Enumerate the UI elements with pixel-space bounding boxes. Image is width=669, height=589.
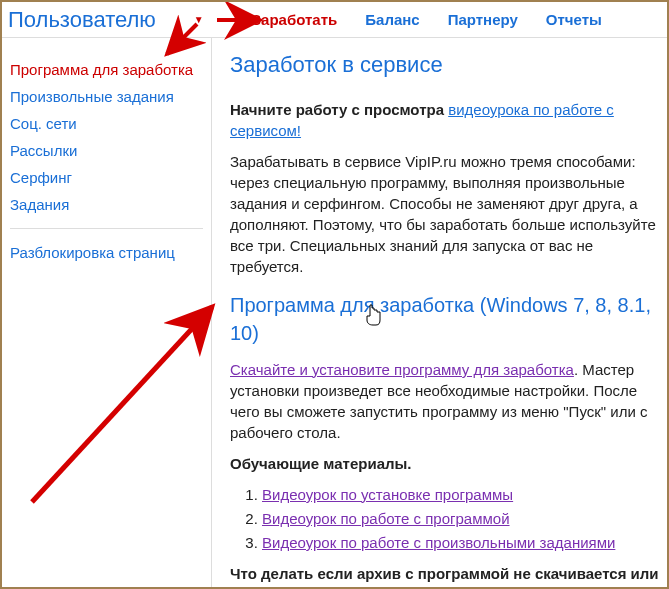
para-ways: Зарабатывать в сервисе VipIP.ru можно тр…: [230, 151, 663, 277]
train-link-2[interactable]: Видеоурок по работе с программой: [262, 510, 510, 527]
sidebar-item-mail[interactable]: Рассылки: [10, 137, 203, 164]
train-link-3[interactable]: Видеоурок по работе с произвольными зада…: [262, 534, 615, 551]
faq-title: Что делать если архив с программой не ск…: [230, 563, 663, 587]
page-title: Пользователю: [8, 7, 156, 33]
content-heading: Заработок в сервисе: [230, 50, 663, 81]
section-heading-program: Программа для заработка (Windows 7, 8, 8…: [230, 291, 663, 347]
caret-down-icon: ▼: [194, 14, 204, 25]
download-link[interactable]: Скачайте и установите программу для зара…: [230, 361, 574, 378]
intro-bold: Начните работу с просмотра: [230, 101, 448, 118]
sidebar-item-jobs[interactable]: Задания: [10, 191, 203, 218]
sidebar-item-unblock[interactable]: Разблокировка страниц: [10, 239, 203, 266]
sidebar-item-surfing[interactable]: Серфинг: [10, 164, 203, 191]
sidebar-item-social[interactable]: Соц. сети: [10, 110, 203, 137]
sidebar: Программа для заработка Произвольные зад…: [2, 38, 212, 587]
list-item: Видеоурок по работе с произвольными зада…: [262, 532, 663, 553]
sidebar-divider: [10, 228, 203, 229]
content-area: Заработок в сервисе Начните работу с про…: [212, 38, 667, 587]
sidebar-item-program[interactable]: Программа для заработка: [10, 56, 203, 83]
list-item: Видеоурок по установке программы: [262, 484, 663, 505]
list-item: Видеоурок по работе с программой: [262, 508, 663, 529]
training-list: Видеоурок по установке программы Видеоур…: [262, 484, 663, 553]
sidebar-item-tasks[interactable]: Произвольные задания: [10, 83, 203, 110]
nav-reports[interactable]: Отчеты: [546, 11, 602, 28]
train-link-1[interactable]: Видеоурок по установке программы: [262, 486, 513, 503]
intro-line: Начните работу с просмотра видеоурока по…: [230, 99, 663, 141]
nav-partner[interactable]: Партнеру: [448, 11, 518, 28]
nav-earn[interactable]: Заработать: [252, 11, 338, 28]
top-nav: Пользователю ▼ Заработать Баланс Партнер…: [2, 2, 667, 38]
training-title: Обучающие материалы.: [230, 453, 663, 474]
download-para: Скачайте и установите программу для зара…: [230, 359, 663, 443]
nav-balance[interactable]: Баланс: [365, 11, 419, 28]
